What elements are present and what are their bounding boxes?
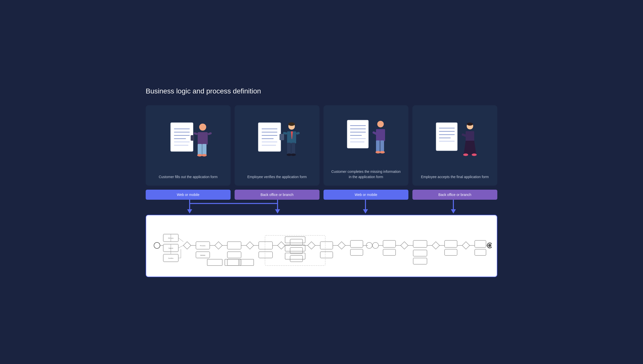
svg-rect-42 [376,129,385,141]
svg-point-12 [202,154,207,157]
card-2: Employee verifies the application form [235,105,319,186]
svg-point-11 [197,154,202,157]
svg-point-56 [467,123,473,126]
svg-rect-10 [202,144,206,155]
cards-row: Customer fills out the application form [146,105,497,186]
card-3-label: Customer completes the missing informati… [330,169,402,180]
svg-point-46 [380,151,385,153]
svg-rect-49 [436,123,457,151]
svg-rect-104 [320,242,333,249]
card-1-svg [163,120,213,160]
svg-text:Process: Process [200,245,205,246]
card-4-svg [430,120,480,160]
svg-rect-137 [207,259,222,266]
svg-marker-96 [278,242,285,249]
svg-text:Validate: Validate [200,254,205,256]
full-layout: Customer fills out the application form [146,105,497,277]
svg-marker-63 [187,209,192,214]
svg-point-41 [377,121,384,127]
svg-rect-43 [376,140,380,152]
svg-marker-85 [215,242,222,249]
bpmn-diagram-svg: Fill form Submit Confirm Process Validat… [151,220,492,271]
svg-marker-125 [432,242,440,249]
card-3-illustration [330,111,402,164]
svg-rect-33 [280,134,284,140]
svg-rect-34 [347,120,368,148]
svg-rect-122 [413,250,427,256]
card-3: Customer completes the missing informati… [324,105,408,186]
svg-marker-69 [451,209,456,214]
channel-badge-4: Back office or branch [412,190,497,200]
svg-rect-109 [350,240,363,247]
svg-marker-78 [183,242,191,249]
channel-badge-2: Back office or branch [235,190,319,200]
svg-rect-139 [240,259,254,266]
svg-point-58 [463,153,468,156]
svg-point-136 [488,244,491,247]
svg-rect-0 [171,123,193,151]
svg-line-148 [178,238,183,242]
svg-rect-27 [287,143,291,155]
channels-row: Web or mobile Back office or branch Web … [146,190,497,200]
process-diagram[interactable]: Fill form Submit Confirm Process Validat… [146,215,497,277]
svg-marker-107 [338,242,345,249]
svg-rect-14 [207,132,212,135]
channel-badge-3-label: Web or mobile [355,193,377,197]
svg-rect-116 [383,240,396,247]
svg-rect-94 [259,252,273,258]
card-4-label: Employee accepts the final application f… [421,174,489,180]
svg-rect-15 [191,135,194,141]
svg-point-71 [154,242,160,248]
svg-marker-119 [401,242,408,249]
card-4: Employee accepts the final application f… [412,105,497,186]
page-title: Business logic and process definition [146,87,497,95]
svg-rect-123 [413,258,427,264]
svg-point-113 [372,242,379,248]
card-4-illustration [418,111,491,169]
svg-rect-89 [227,259,241,266]
svg-rect-110 [350,249,363,255]
svg-marker-65 [275,209,280,214]
card-1-illustration [152,111,225,169]
channel-badge-2-label: Back office or branch [260,193,293,197]
svg-rect-28 [291,143,295,155]
svg-rect-98 [290,239,303,245]
svg-marker-102 [308,242,315,249]
arrows-svg [146,200,497,215]
svg-rect-117 [383,249,396,255]
card-2-label: Employee verifies the application form [247,174,307,180]
channels-section: Web or mobile Back office or branch Web … [146,186,497,277]
svg-rect-128 [445,249,457,255]
svg-rect-105 [320,252,333,258]
svg-rect-8 [198,132,208,145]
svg-point-7 [199,124,206,131]
channel-badge-3: Web or mobile [324,190,408,200]
svg-rect-140 [265,235,325,266]
channel-badge-1-label: Web or mobile [177,193,199,197]
page-container: Business logic and process definition [146,87,497,277]
svg-rect-88 [227,252,241,258]
channel-badge-1: Web or mobile [146,190,231,200]
svg-marker-130 [462,242,470,249]
svg-rect-100 [290,255,303,262]
svg-rect-16 [258,123,281,151]
svg-rect-9 [198,144,202,155]
svg-text:Confirm: Confirm [168,257,173,259]
svg-point-30 [291,153,296,156]
card-1-label: Customer fills out the application form [159,174,218,180]
svg-rect-13 [193,132,198,135]
card-1: Customer fills out the application form [146,105,231,186]
card-2-svg [252,120,302,160]
card-3-svg [341,118,391,158]
svg-rect-121 [413,240,427,247]
svg-marker-67 [363,209,368,214]
svg-rect-141 [285,237,305,243]
svg-point-59 [472,153,477,156]
svg-marker-91 [246,242,254,249]
svg-rect-32 [296,132,300,135]
diagram-section: Fill form Submit Confirm Process Validat… [146,200,497,277]
svg-line-149 [178,245,183,248]
svg-rect-44 [380,140,384,152]
card-2-illustration [241,111,313,169]
svg-rect-142 [285,245,305,251]
